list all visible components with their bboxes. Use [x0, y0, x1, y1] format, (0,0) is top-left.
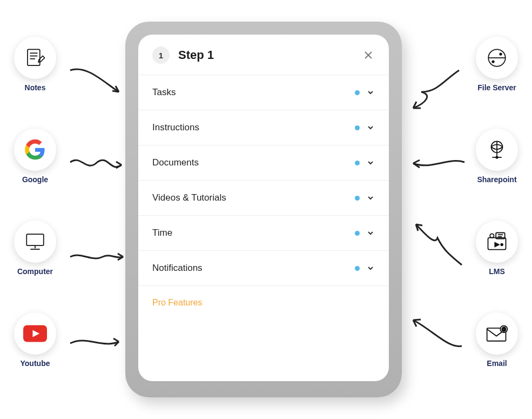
file-server-label: File Server — [477, 83, 516, 92]
youtube-circle — [14, 312, 56, 355]
source-email: @ Email — [467, 312, 527, 368]
status-dot — [355, 90, 360, 95]
arrow-sharepoint — [405, 151, 470, 178]
chevron-down-icon — [366, 88, 375, 97]
step-number-badge: 1 — [152, 46, 170, 64]
youtube-label: Youtube — [21, 359, 50, 368]
svg-point-10 — [500, 53, 502, 55]
svg-rect-4 — [26, 234, 44, 245]
chevron-down-icon — [366, 123, 375, 132]
section-label: Tasks — [152, 87, 348, 98]
step-title: Step 1 — [178, 48, 353, 62]
notes-circle — [14, 37, 56, 79]
chevron-down-icon — [366, 158, 375, 167]
source-notes: Notes — [5, 37, 65, 92]
google-label: Google — [22, 175, 48, 184]
status-dot — [355, 125, 360, 130]
device-frame: 1 Step 1 Tasks Instructions — [125, 22, 402, 397]
computer-icon — [24, 230, 46, 253]
source-file-server: File Server — [467, 37, 527, 92]
pro-features-link[interactable]: Pro Features — [138, 285, 389, 320]
svg-point-22 — [501, 244, 503, 246]
close-button[interactable] — [362, 49, 375, 62]
email-label: Email — [487, 359, 507, 368]
source-computer: Computer — [5, 221, 65, 276]
email-icon: @ — [485, 324, 509, 343]
section-label: Time — [152, 228, 348, 238]
source-lms: LMS — [467, 221, 527, 276]
lms-icon — [485, 230, 509, 254]
source-google: Google — [5, 129, 65, 184]
computer-circle — [14, 221, 56, 263]
arrow-file-server — [405, 65, 470, 119]
source-youtube: Youtube — [5, 312, 65, 368]
lms-circle — [476, 221, 518, 263]
arrow-youtube — [65, 330, 124, 357]
source-sharepoint: Sharepoint — [467, 129, 527, 184]
email-circle: @ — [476, 312, 518, 355]
sharepoint-label: Sharepoint — [477, 175, 516, 184]
section-label: Instructions — [152, 122, 348, 133]
panel-header: 1 Step 1 — [138, 35, 389, 75]
section-row-notifications[interactable]: Notifications — [138, 250, 389, 285]
lms-label: LMS — [489, 267, 505, 276]
chevron-down-icon — [366, 264, 375, 272]
section-row-tasks[interactable]: Tasks — [138, 75, 389, 110]
computer-label: Computer — [17, 267, 53, 276]
youtube-icon — [23, 325, 47, 342]
section-row-documents[interactable]: Documents — [138, 145, 389, 180]
sharepoint-circle — [476, 129, 518, 171]
file-server-circle — [476, 37, 518, 79]
step-panel: 1 Step 1 Tasks Instructions — [138, 35, 389, 381]
notes-icon — [24, 46, 46, 69]
chevron-down-icon — [366, 229, 375, 237]
google-circle — [14, 129, 56, 171]
section-row-instructions[interactable]: Instructions — [138, 110, 389, 145]
file-server-icon — [486, 46, 508, 69]
section-label: Videos & Tutorials — [152, 192, 348, 203]
status-dot — [355, 161, 360, 165]
svg-point-11 — [492, 61, 494, 63]
section-label: Documents — [152, 157, 348, 168]
arrow-computer — [65, 243, 130, 270]
arrow-email — [405, 314, 470, 357]
section-label: Notifications — [152, 263, 348, 274]
status-dot — [355, 266, 360, 271]
close-icon — [363, 50, 373, 60]
section-row-videos[interactable]: Videos & Tutorials — [138, 180, 389, 215]
status-dot — [355, 231, 360, 236]
section-row-time[interactable]: Time — [138, 215, 389, 250]
chevron-down-icon — [366, 194, 375, 202]
svg-point-18 — [490, 234, 494, 237]
google-icon — [24, 139, 46, 161]
arrow-notes — [65, 65, 130, 103]
sharepoint-icon — [486, 138, 508, 161]
svg-rect-0 — [28, 49, 40, 65]
svg-text:@: @ — [502, 327, 506, 332]
notes-label: Notes — [25, 83, 46, 92]
arrow-google — [65, 151, 130, 184]
status-dot — [355, 196, 360, 201]
arrow-lms — [405, 216, 470, 281]
